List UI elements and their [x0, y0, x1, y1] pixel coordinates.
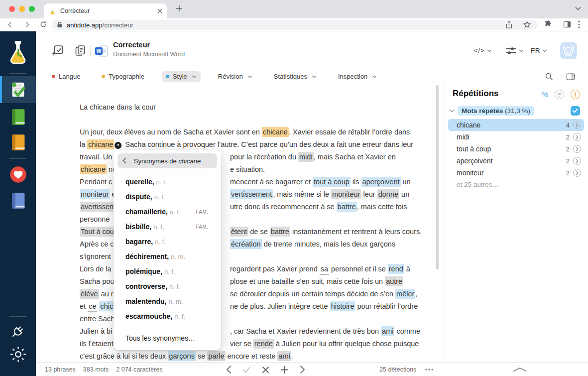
sidebar-item-antidote-logo[interactable]: [0, 39, 36, 67]
repetition-row[interactable]: tout à coup2: [448, 143, 584, 155]
highlighted-word[interactable]: écréation: [230, 239, 262, 249]
back-icon[interactable]: [6, 20, 14, 29]
sidebar-item-dictionnaires[interactable]: [0, 108, 36, 126]
more-repetitions[interactable]: et 25 autres…: [448, 179, 584, 191]
traffic-light-zoom[interactable]: [29, 6, 35, 12]
goto-occurrence-icon[interactable]: [573, 157, 581, 165]
bookmark-star-icon[interactable]: [523, 21, 531, 28]
tab-search-chevron-icon[interactable]: [575, 6, 581, 10]
highlighted-word[interactable]: moniteur: [80, 189, 110, 199]
info-icon[interactable]: i: [571, 90, 580, 99]
highlighted-word[interactable]: histoire: [330, 301, 355, 311]
highlighted-word[interactable]: moniteur: [331, 189, 361, 199]
sidebar-item-reglages[interactable]: [0, 346, 36, 363]
code-view-button[interactable]: </>: [473, 47, 492, 54]
synonym-item[interactable]: querelle,n. f.: [114, 174, 221, 189]
highlighted-word[interactable]: ami: [381, 326, 394, 336]
synonym-item[interactable]: escarmouche,n. f.: [114, 309, 221, 324]
browser-menu-icon[interactable]: [578, 20, 580, 28]
highlighted-word[interactable]: autre: [385, 276, 403, 286]
highlighted-word[interactable]: chicane: [80, 164, 107, 174]
forward-icon[interactable]: [23, 20, 31, 29]
synonym-item[interactable]: dispute,n. f.: [114, 189, 221, 204]
goto-occurrence-icon[interactable]: [573, 145, 581, 153]
highlighted-word[interactable]: vertissement: [230, 189, 273, 199]
highlighted-word[interactable]: chicane: [87, 139, 114, 149]
synonym-item[interactable]: bagarre,n. f.: [114, 234, 221, 249]
highlighted-word[interactable]: mêler: [395, 289, 415, 299]
document-scrollbar[interactable]: [436, 85, 439, 269]
highlighted-word[interactable]: Tout à cou: [80, 227, 115, 237]
tab-close-icon[interactable]: [157, 8, 162, 13]
filter-style[interactable]: Style: [162, 71, 201, 82]
highlighted-word[interactable]: parle: [207, 351, 225, 361]
highlighted-word[interactable]: rend: [388, 264, 404, 274]
approve-icon[interactable]: [242, 366, 251, 373]
ignore-icon[interactable]: [262, 366, 269, 374]
repetition-row[interactable]: midi2: [448, 131, 584, 143]
url-field[interactable]: antidote.app/correcteur: [52, 20, 538, 30]
highlighted-word[interactable]: midi: [298, 152, 314, 162]
repetition-row[interactable]: aperçoivent2: [448, 155, 584, 167]
filter-revision[interactable]: Révision: [214, 71, 256, 82]
traffic-light-close[interactable]: [9, 6, 15, 12]
highlighted-word[interactable]: rende: [253, 339, 274, 349]
repetition-group[interactable]: Mots répétés (31,3 %): [449, 106, 534, 116]
synonym-item[interactable]: déchirement,n. m.: [114, 249, 221, 264]
share-icon[interactable]: [505, 21, 513, 29]
correction-dropdown-badge-icon[interactable]: ▼: [115, 142, 121, 149]
highlighted-word[interactable]: aperçoivent: [361, 177, 401, 187]
highlighted-word[interactable]: chicane: [262, 127, 289, 137]
filter-statistiques[interactable]: Statistiques: [270, 71, 321, 82]
highlighted-word[interactable]: élève: [80, 289, 99, 299]
synonym-item[interactable]: polémique,n. f.: [114, 264, 221, 279]
sidebar-item-connecteurs[interactable]: [0, 323, 36, 339]
synonym-item[interactable]: controverse,n. f.: [114, 279, 221, 294]
repetition-row[interactable]: chicane4: [448, 119, 584, 131]
goto-occurrence-icon[interactable]: [573, 169, 581, 177]
language-selector[interactable]: FR: [531, 47, 547, 54]
synonym-item[interactable]: chamaillerie,n. f.FAM.: [114, 204, 221, 219]
documents-copy-icon[interactable]: [74, 44, 86, 57]
percent-toggle-icon[interactable]: %: [542, 91, 548, 99]
filter-inspection[interactable]: Inspection: [334, 71, 381, 82]
recheck-document-icon[interactable]: [52, 44, 64, 57]
goto-occurrence-icon[interactable]: [573, 133, 581, 141]
highlighted-word[interactable]: battre: [337, 202, 357, 212]
word-document-icon[interactable]: W: [95, 45, 108, 57]
more-options-icon[interactable]: [425, 363, 433, 376]
sidebar-item-favoris[interactable]: [0, 165, 36, 184]
account-avatar[interactable]: [560, 42, 577, 59]
extensions-puzzle-icon[interactable]: [544, 20, 552, 28]
highlighted-word[interactable]: tout à coup: [313, 177, 351, 187]
sidebar-item-bleuets[interactable]: [0, 191, 36, 210]
goto-occurrence-icon[interactable]: [573, 121, 581, 129]
highlighted-word[interactable]: battre: [270, 227, 290, 237]
repetition-row[interactable]: moniteur2: [448, 167, 584, 179]
reload-icon[interactable]: [39, 20, 47, 28]
settings-sliders-button[interactable]: [505, 45, 524, 56]
highlighted-word[interactable]: donne: [377, 189, 399, 199]
all-synonyms-button[interactable]: Tous les synonymes…: [114, 327, 221, 349]
synonym-item[interactable]: bisbille,n. f.FAM.: [114, 219, 221, 234]
highlighted-word[interactable]: ce: [88, 301, 97, 312]
browser-tab-active[interactable]: Correcteur: [44, 3, 167, 18]
group-checkbox[interactable]: [571, 106, 580, 116]
highlighted-word[interactable]: ami: [277, 351, 291, 361]
panel-toggle-icon[interactable]: [566, 73, 575, 81]
new-tab-button[interactable]: [175, 4, 183, 12]
side-panel-icon[interactable]: [563, 20, 571, 28]
popup-back-icon[interactable]: [122, 157, 126, 164]
sidebar-item-guides[interactable]: [0, 133, 36, 152]
filter-langue[interactable]: Langue: [48, 71, 84, 82]
filter-typographie[interactable]: Typographie: [98, 71, 148, 82]
synonym-item[interactable]: malentendu,n. m.: [114, 294, 221, 309]
previous-detection-icon[interactable]: [226, 365, 232, 374]
highlighted-word[interactable]: sa: [320, 264, 329, 275]
add-icon[interactable]: [280, 366, 289, 374]
highlighted-word[interactable]: avertissem: [80, 202, 117, 212]
highlighted-word[interactable]: êtent: [230, 227, 248, 237]
sidebar-item-correcteur[interactable]: [0, 76, 36, 103]
search-icon[interactable]: [545, 72, 553, 81]
panel-collapse-caret-icon[interactable]: [512, 367, 527, 372]
